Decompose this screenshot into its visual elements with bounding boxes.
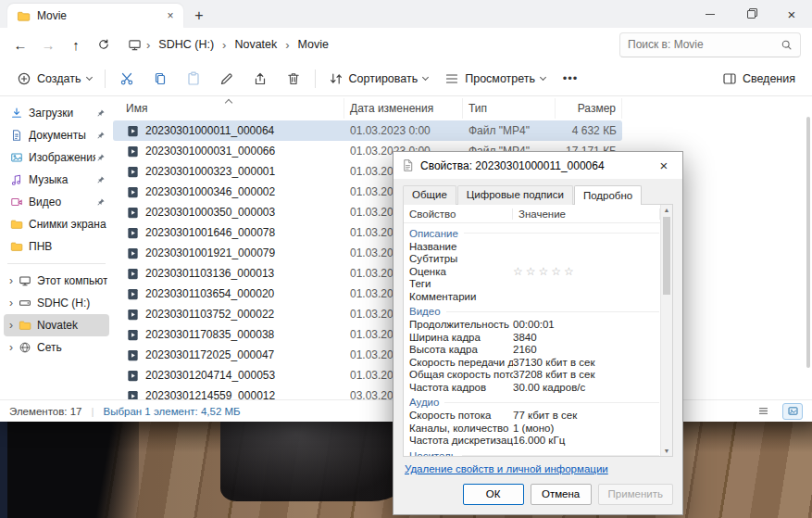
column-header-date[interactable]: Дата изменения xyxy=(344,98,463,119)
dialog-tab[interactable]: Общие xyxy=(403,185,456,205)
scroll-down-icon[interactable]: ▼ xyxy=(661,448,672,454)
new-button[interactable]: Создать xyxy=(9,65,99,93)
property-row[interactable]: Высота кадра2160 xyxy=(406,344,659,357)
column-header-type[interactable]: Тип xyxy=(463,98,556,119)
tab-close-icon[interactable]: × xyxy=(163,8,178,23)
cancel-button[interactable]: Отмена xyxy=(531,484,592,505)
forward-button[interactable]: → xyxy=(35,32,61,57)
breadcrumb-current[interactable]: Movie xyxy=(293,35,334,54)
more-button[interactable]: ••• xyxy=(555,65,586,93)
chevron-right-icon[interactable]: › xyxy=(9,275,18,286)
property-row[interactable]: Частота кадров30.00 кадров/с xyxy=(406,381,659,394)
property-row[interactable]: Общая скорость потока37208 кбит в сек xyxy=(406,369,659,382)
chevron-right-icon[interactable]: › xyxy=(9,320,18,331)
mp4-file-icon xyxy=(126,267,140,281)
sidebar-item[interactable]: ›Этот компьютер xyxy=(4,270,109,292)
sidebar-item[interactable]: Документы xyxy=(4,124,109,146)
group-rule xyxy=(464,233,659,234)
breadcrumb-drive[interactable]: SDHC (H:) xyxy=(153,35,219,54)
copy-button[interactable] xyxy=(144,65,176,93)
column-label: Имя xyxy=(126,102,147,115)
sidebar-item[interactable]: ПНВ xyxy=(4,235,109,258)
mp4-file-icon xyxy=(126,206,140,220)
details-pane-button[interactable]: Сведения xyxy=(715,65,803,93)
sidebar-item[interactable]: Загрузки xyxy=(4,102,109,124)
chevron-down-icon xyxy=(540,73,546,80)
property-row[interactable]: Комментарии xyxy=(406,290,659,303)
property-row[interactable]: Теги xyxy=(406,278,659,291)
restore-button[interactable] xyxy=(731,0,771,28)
share-button[interactable] xyxy=(244,65,276,93)
explorer-tab[interactable]: Movie × xyxy=(7,4,183,28)
property-name: Ширина кадра xyxy=(406,332,513,343)
property-row[interactable]: Субтитры xyxy=(406,253,659,266)
breadcrumb-folder[interactable]: Novatek xyxy=(229,35,282,54)
refresh-button[interactable] xyxy=(91,32,117,57)
ok-button[interactable]: ОК xyxy=(463,484,524,505)
value-column-header[interactable]: Значение xyxy=(513,208,660,220)
scrollbar-thumb[interactable] xyxy=(806,117,810,368)
apply-button[interactable]: Применить xyxy=(598,484,673,505)
property-name: Высота кадра xyxy=(406,344,513,355)
property-row[interactable]: Каналы, количество1 (моно) xyxy=(406,422,659,435)
group-title: Описание xyxy=(406,228,458,239)
view-button[interactable]: Просмотреть xyxy=(437,65,553,93)
status-divider: | xyxy=(91,406,94,417)
folder-icon xyxy=(9,239,24,254)
property-row[interactable]: Ширина кадра3840 xyxy=(406,331,659,344)
sidebar-item[interactable]: Снимки экрана xyxy=(4,213,109,235)
property-column-header[interactable]: Свойство xyxy=(404,208,513,220)
file-row[interactable]: 20230301000011_00006401.03.2023 0:00Файл… xyxy=(113,120,622,141)
property-row[interactable]: Скорость передачи данных37130 кбит в сек xyxy=(406,356,659,369)
dialog-tab[interactable]: Подробно xyxy=(574,185,642,205)
chevron-right-icon[interactable]: › xyxy=(9,297,18,309)
details-view-button[interactable] xyxy=(753,403,773,420)
up-button[interactable]: ↑ xyxy=(63,32,89,57)
group-rule xyxy=(462,455,659,456)
file-name: 20230301000350_000003 xyxy=(145,206,275,219)
chevron-right-icon[interactable]: › xyxy=(9,342,18,353)
close-button[interactable]: × xyxy=(771,0,812,28)
mp4-file-icon xyxy=(126,226,140,240)
minimize-button[interactable] xyxy=(690,0,731,28)
remove-properties-link[interactable]: Удаление свойств и личной информации xyxy=(405,463,608,474)
property-row[interactable]: Продолжительность00:00:01 xyxy=(406,319,659,332)
scroll-up-icon[interactable]: ▲ xyxy=(661,207,672,213)
thumbnail-view-button[interactable] xyxy=(782,403,803,420)
photo-device-object xyxy=(220,422,410,501)
cut-icon xyxy=(119,71,134,86)
file-type: Файл "MP4" xyxy=(463,124,556,137)
sidebar-item[interactable]: ›Сеть xyxy=(4,336,109,359)
dialog-scrollbar[interactable]: ▲ ▼ xyxy=(660,205,672,456)
more-icon: ••• xyxy=(563,71,579,85)
details-tab-page: Свойство Значение ОписаниеНазваниеСубтит… xyxy=(403,204,673,457)
column-header-size[interactable]: Размер xyxy=(556,98,622,119)
new-tab-button[interactable]: + xyxy=(187,4,211,28)
rename-button[interactable] xyxy=(211,65,243,93)
sidebar-item[interactable]: ›Novatek xyxy=(4,314,109,336)
pin-icon xyxy=(96,175,107,184)
sidebar-item[interactable]: Видео xyxy=(4,191,109,213)
paste-button[interactable] xyxy=(178,65,209,93)
dialog-close-button[interactable]: × xyxy=(645,152,682,179)
delete-button[interactable] xyxy=(278,65,309,93)
dialog-scrollbar-thumb[interactable] xyxy=(663,217,670,295)
sidebar-item[interactable]: ›SDHC (H:) xyxy=(4,292,109,314)
vertical-scrollbar[interactable] xyxy=(805,117,811,396)
property-row[interactable]: Название xyxy=(406,240,659,253)
dialog-tab[interactable]: Цифровые подписи xyxy=(457,185,573,205)
window-controls: × xyxy=(690,0,812,28)
column-label: Размер xyxy=(578,102,616,115)
column-header-name[interactable]: Имя xyxy=(113,98,344,119)
back-button[interactable]: ← xyxy=(7,32,33,57)
sidebar-item[interactable]: Музыка xyxy=(4,169,109,191)
this-pc-icon[interactable] xyxy=(126,38,144,52)
property-group-header: Видео xyxy=(406,305,659,319)
sort-button[interactable]: Сортировать xyxy=(321,65,436,93)
property-row[interactable]: Частота дискретизации16.000 кГц xyxy=(406,435,659,448)
property-row[interactable]: Скорость потока77 кбит в сек xyxy=(406,410,659,423)
sidebar-item[interactable]: Изображения xyxy=(4,146,109,169)
cut-button[interactable] xyxy=(111,65,143,93)
search-input[interactable] xyxy=(628,38,775,51)
property-row[interactable]: Оценка☆☆☆☆☆ xyxy=(406,265,659,278)
